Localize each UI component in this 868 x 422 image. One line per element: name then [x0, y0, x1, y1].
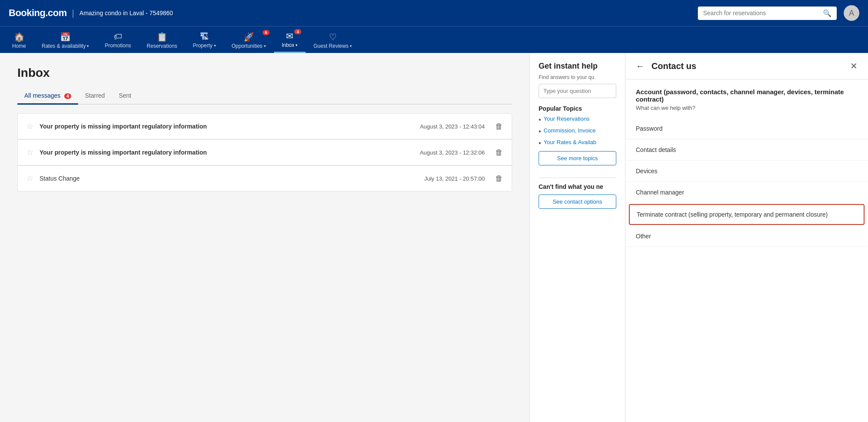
contact-panel-title: Contact us	[651, 61, 843, 71]
contact-item-devices[interactable]: Devices	[625, 161, 868, 182]
contact-header: ← Contact us ✕	[625, 53, 868, 79]
help-panel-title: Get instant help	[539, 62, 616, 71]
bullet-icon: •	[539, 115, 541, 124]
nav-reservations[interactable]: 📋 Reservations	[139, 27, 185, 53]
nav-guest-reviews[interactable]: ♡ Guest Reviews ▾	[306, 27, 360, 53]
nav-home[interactable]: 🏠 Home	[4, 27, 34, 53]
tab-sent-label: Sent	[119, 92, 132, 99]
star-icon[interactable]: ☆	[26, 122, 33, 131]
tab-all-messages[interactable]: All messages 4	[17, 89, 78, 105]
trash-icon[interactable]: 🗑	[495, 148, 503, 157]
nav-guest-reviews-label: Guest Reviews ▾	[313, 43, 352, 49]
nav-opportunities[interactable]: 6 🚀 Opportunities ▾	[224, 27, 274, 53]
calendar-icon: 📅	[60, 32, 71, 42]
nav-reservations-label: Reservations	[147, 43, 177, 49]
close-button[interactable]: ✕	[850, 61, 858, 71]
inbox-title: Inbox	[17, 66, 512, 80]
bullet-icon: •	[539, 127, 541, 135]
promotions-icon: 🏷	[114, 32, 122, 42]
table-row[interactable]: ☆ Status Change July 13, 2021 - 20:57:00…	[17, 165, 512, 191]
reservations-icon: 📋	[157, 32, 168, 42]
header-divider: |	[72, 8, 74, 18]
inbox-badge: 4	[294, 29, 301, 34]
message-text: Your property is missing important regul…	[39, 149, 414, 156]
main-layout: Inbox All messages 4 Starred Sent ☆ Your…	[0, 53, 868, 422]
nav-inbox-label: Inbox ▾	[282, 42, 298, 48]
contact-item-label: Contact details	[636, 146, 676, 153]
contact-item-terminate-contract[interactable]: Terminate contract (selling property, te…	[629, 204, 865, 225]
nav-home-label: Home	[12, 43, 26, 49]
trash-icon[interactable]: 🗑	[495, 122, 503, 131]
tab-starred-label: Starred	[85, 92, 105, 99]
nav-inbox[interactable]: 4 ✉ Inbox ▾	[274, 26, 306, 53]
message-text: Your property is missing important regul…	[39, 123, 414, 130]
search-icon[interactable]: 🔍	[823, 9, 832, 17]
trash-icon[interactable]: 🗑	[495, 174, 503, 183]
help-panel: Get instant help Find answers to your qu…	[529, 53, 625, 422]
all-messages-badge: 4	[64, 93, 71, 99]
topic-label: Your Reservations	[544, 115, 590, 122]
message-date: July 13, 2021 - 20:57:00	[424, 175, 485, 182]
back-button[interactable]: ←	[636, 61, 644, 71]
property-icon: 🏗	[200, 32, 209, 42]
table-row[interactable]: ☆ Your property is missing important reg…	[17, 139, 512, 165]
booking-logo: Booking.com	[9, 7, 67, 19]
topic-rates[interactable]: • Your Rates & Availab	[539, 139, 616, 147]
home-icon: 🏠	[14, 32, 25, 42]
opportunities-icon: 🚀	[243, 32, 254, 42]
contact-item-label: Other	[636, 233, 651, 240]
contact-section-subtitle: What can we help with?	[625, 105, 868, 118]
nav-property[interactable]: 🏗 Property ▾	[185, 27, 224, 52]
avatar-initial: A	[849, 9, 854, 18]
see-contact-options-button[interactable]: See contact options	[539, 195, 616, 209]
main-header: Booking.com | Amazing condo in Laval - 7…	[0, 0, 868, 26]
opportunities-badge: 6	[263, 30, 270, 35]
bullet-icon: •	[539, 139, 541, 147]
contact-item-label: Password	[636, 125, 662, 132]
contact-item-contact-details[interactable]: Contact details	[625, 139, 868, 161]
topic-label: Commission, Invoice	[544, 127, 596, 134]
message-date: August 3, 2023 - 12:43:04	[420, 123, 485, 130]
star-icon[interactable]: ☆	[26, 174, 33, 183]
navbar: 🏠 Home 📅 Rates & availability ▾ 🏷 Promot…	[0, 26, 868, 53]
contact-item-label: Devices	[636, 168, 658, 175]
contact-item-label: Terminate contract (selling property, te…	[637, 211, 828, 218]
help-search-input[interactable]	[539, 84, 616, 98]
avatar[interactable]: A	[844, 5, 859, 21]
tab-all-messages-label: All messages	[24, 92, 60, 99]
message-list: ☆ Your property is missing important reg…	[17, 113, 512, 191]
inbox-tabs: All messages 4 Starred Sent	[17, 89, 512, 105]
contact-item-label: Channel manager	[636, 189, 684, 196]
popular-topics-title: Popular Topics	[539, 105, 616, 112]
contact-item-channel-manager[interactable]: Channel manager	[625, 182, 868, 203]
property-name: Amazing condo in Laval - 7549860	[79, 10, 173, 16]
topic-commission[interactable]: • Commission, Invoice	[539, 127, 616, 135]
nav-opportunities-label: Opportunities ▾	[232, 43, 266, 49]
contact-item-other[interactable]: Other	[625, 226, 868, 247]
nav-property-label: Property ▾	[193, 43, 216, 49]
tab-starred[interactable]: Starred	[78, 89, 112, 105]
inbox-icon: ✉	[286, 31, 293, 41]
nav-rates[interactable]: 📅 Rates & availability ▾	[34, 27, 97, 53]
inbox-area: Inbox All messages 4 Starred Sent ☆ Your…	[0, 53, 529, 422]
see-more-topics-button[interactable]: See more topics	[539, 151, 616, 165]
guest-reviews-icon: ♡	[329, 32, 337, 42]
search-bar[interactable]: 🔍	[698, 7, 837, 20]
search-input[interactable]	[703, 10, 823, 16]
contact-item-password[interactable]: Password	[625, 118, 868, 139]
star-icon[interactable]: ☆	[26, 148, 33, 157]
topic-label: Your Rates & Availab	[544, 139, 596, 145]
nav-promotions-label: Promotions	[105, 43, 131, 49]
help-subtitle: Find answers to your qu	[539, 74, 616, 80]
tab-sent[interactable]: Sent	[112, 89, 138, 105]
nav-promotions[interactable]: 🏷 Promotions	[97, 27, 139, 52]
cant-find-label: Can't find what you ne	[539, 183, 616, 190]
nav-rates-label: Rates & availability ▾	[42, 43, 89, 49]
contact-panel: ← Contact us ✕ Account (password, contac…	[625, 53, 868, 422]
message-text: Status Change	[39, 175, 418, 182]
topic-your-reservations[interactable]: • Your Reservations	[539, 115, 616, 124]
contact-section-title: Account (password, contacts, channel man…	[625, 79, 868, 105]
table-row[interactable]: ☆ Your property is missing important reg…	[17, 113, 512, 139]
message-date: August 3, 2023 - 12:32:06	[420, 149, 485, 156]
